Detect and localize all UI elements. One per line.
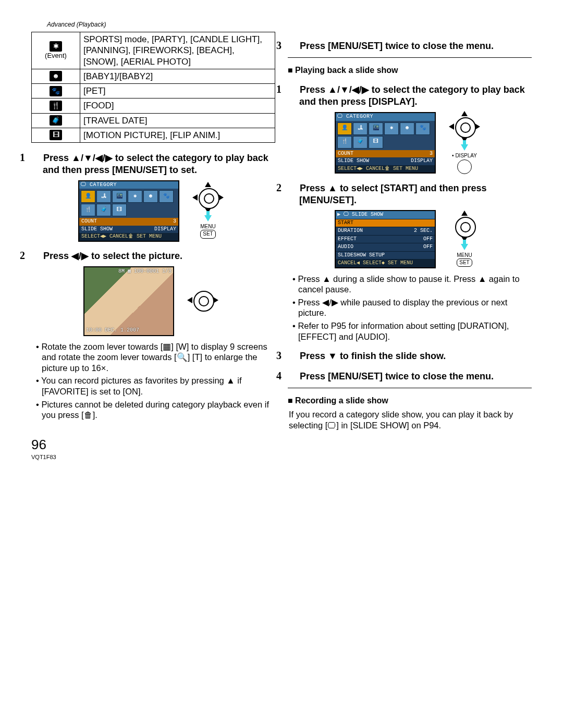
step-text: Press ◀/▶ to select the picture. <box>43 251 182 261</box>
step-2-slideshow: 2 Press ▲ to select [START] and then pre… <box>288 181 532 206</box>
note-item: Rotate the zoom lever towards [▦] [W] to… <box>42 341 275 374</box>
menu-row: DURATION2 SEC. <box>336 227 435 235</box>
photo-overlay-top: 8M ▦ 100-0001 1/3 <box>118 268 172 275</box>
set-button-icon: SET <box>457 258 472 267</box>
table-row: ✱(Event) SPORTS] mode, [PARTY], [CANDLE … <box>32 32 275 69</box>
grid-cell: 👤 <box>81 190 95 203</box>
event-icon: ✱ <box>50 41 62 52</box>
set-button-icon: SET <box>200 230 215 239</box>
body-text: If you record a category slide show, you… <box>289 409 532 430</box>
subheading-record-slideshow: Recording a slide show <box>288 396 532 406</box>
grid-cell: ✱ <box>384 122 399 135</box>
ctrl-label: • DISPLAY <box>452 153 477 158</box>
grid-cell: 🐾 <box>415 122 430 135</box>
grid-cell: 🎞 <box>112 204 127 216</box>
slideshow-row: SLIDE SHOWDISPLAY <box>79 226 178 233</box>
screenshot-row: 🖵 CATEGORY 👤 🏞 🌃 ✱ ☻ 🐾 🍴 🧳 🎞 COUNT3 SLID… <box>31 180 275 242</box>
table-row: 🎞 [MOTION PICTURE], [FLIP ANIM.] <box>32 128 275 142</box>
count-row: COUNT3 <box>336 150 435 158</box>
photo-preview: 8M ▦ 100-0001 1/3 10:00 DEC. 1.2007 <box>83 266 174 336</box>
arrow-down-icon <box>204 215 212 221</box>
page-header: Advanced (Playback) <box>47 21 532 29</box>
grid-cell: 🌃 <box>369 122 383 135</box>
slideshow-menu-screen: ▶ 🖵 SLIDE SHOW START DURATION2 SEC. EFFE… <box>335 210 436 268</box>
dpad-icon <box>450 212 479 241</box>
table-cell: [FOOD] <box>80 98 275 113</box>
control-pad: MENU SET <box>444 212 485 267</box>
step-1-slideshow: 1 Press ▲/▼/◀/▶ to select the category t… <box>288 83 532 108</box>
table-cell: [PET] <box>80 84 275 98</box>
table-cell: [TRAVEL DATE] <box>80 113 275 128</box>
dpad-icon <box>193 183 223 212</box>
step-text: Press [MENU/SET] twice to close the menu… <box>300 41 494 51</box>
screenshot-row: 8M ▦ 100-0001 1/3 10:00 DEC. 1.2007 <box>31 266 275 336</box>
step-number: 4 <box>288 369 297 382</box>
note-item: You can record pictures as favorites by … <box>42 375 275 397</box>
table-cell: SPORTS] mode, [PARTY], [CANDLE LIGHT], [… <box>80 32 275 69</box>
control-pad <box>182 286 223 317</box>
step-2-left: 2 Press ◀/▶ to select the picture. <box>31 249 275 262</box>
screen-title: ▶ 🖵 SLIDE SHOW <box>336 211 435 219</box>
dpad-icon <box>450 112 479 141</box>
menu-row: AUDIOOFF <box>336 243 435 251</box>
count-row: COUNT3 <box>79 218 178 226</box>
slideshow-row: SLIDE SHOWDISPLAY <box>336 157 435 165</box>
food-icon: 🍴 <box>50 101 62 111</box>
grid-cell: 🏞 <box>96 190 111 203</box>
right-column: 3 Press [MENU/SET] twice to close the me… <box>288 32 532 461</box>
menu-bottom: CANCEL◀ SELECT◆ SET MENU <box>336 259 435 267</box>
event-label: (Event) <box>45 52 67 59</box>
screen-title: 🖵 CATEGORY <box>336 113 435 121</box>
note-item: Press ◀/▶ while paused to display the pr… <box>298 297 532 318</box>
grid-cell: 🐾 <box>159 190 174 203</box>
notes-list: Rotate the zoom lever towards [▦] [W] to… <box>34 341 275 421</box>
page-number: 96 <box>31 436 275 453</box>
control-pad: • DISPLAY <box>444 112 485 174</box>
bottom-row: SELECT◀▶ CANCEL🗑 SET MENU <box>79 233 178 241</box>
dpad-icon <box>188 286 217 315</box>
note-item: Press ▲ during a slide show to pause it.… <box>298 274 532 295</box>
divider <box>288 388 532 388</box>
step-number: 1 <box>288 83 297 96</box>
grid-cell: ☻ <box>400 122 414 135</box>
step-text: Press ▲/▼/◀/▶ to select the category to … <box>299 84 525 107</box>
step-3-right: 3 Press [MENU/SET] twice to close the me… <box>288 39 532 52</box>
grid-cell: 🍴 <box>81 204 95 216</box>
table-row: 🧳 [TRAVEL DATE] <box>32 113 275 128</box>
note-item: Refer to P95 for information about setti… <box>298 320 532 342</box>
step-number: 1 <box>31 151 41 164</box>
grid-cell: 🧳 <box>353 136 368 149</box>
step-text: Press [MENU/SET] twice to close the menu… <box>300 371 494 381</box>
table-cell: [BABY1]/[BABY2] <box>80 69 275 83</box>
photo-overlay-bottom: 10:00 DEC. 1.2007 <box>86 327 139 334</box>
step-number: 3 <box>288 39 297 52</box>
control-pad: MENU SET <box>188 183 228 239</box>
arrow-down-icon <box>461 244 468 250</box>
category-table: ✱(Event) SPORTS] mode, [PARTY], [CANDLE … <box>31 32 275 143</box>
step-number: 2 <box>31 249 41 262</box>
step-1-left: 1 Press ▲/▼/◀/▶ to select the category t… <box>31 151 275 176</box>
arrow-down-icon <box>461 144 468 151</box>
left-column: ✱(Event) SPORTS] mode, [PARTY], [CANDLE … <box>31 32 275 461</box>
baby-icon: ☻ <box>50 71 62 81</box>
bottom-row: SELECT◀▶ CANCEL🗑 SET MENU <box>336 165 435 173</box>
step-text: Press ▼ to finish the slide show. <box>300 351 446 361</box>
step-number: 2 <box>288 181 297 194</box>
screen-title: 🖵 CATEGORY <box>79 181 178 189</box>
screenshot-row: ▶ 🖵 SLIDE SHOW START DURATION2 SEC. EFFE… <box>288 210 532 268</box>
menu-row-start: START <box>336 219 435 227</box>
table-row: ☻ [BABY1]/[BABY2] <box>32 69 275 83</box>
menu-row: SLIDESHOW SETUP <box>336 251 435 260</box>
grid-cell: 🧳 <box>96 204 111 216</box>
step-4-slideshow: 4 Press [MENU/SET] twice to close the me… <box>288 369 532 382</box>
step-text: Press ▲ to select [START] and then press… <box>299 183 487 205</box>
category-screen: 🖵 CATEGORY 👤 🏞 🌃 ✱ ☻ 🐾 🍴 🧳 🎞 COUNT3 SLID… <box>335 112 436 174</box>
step-3-slideshow: 3 Press ▼ to finish the slide show. <box>288 349 532 362</box>
display-button-icon <box>457 159 472 174</box>
document-id: VQT1F83 <box>31 454 275 461</box>
note-item: Pictures cannot be deleted during catego… <box>42 399 275 421</box>
notes-list: Press ▲ during a slide show to pause it.… <box>291 274 532 342</box>
divider <box>288 57 532 58</box>
table-row: 🐾 [PET] <box>32 84 275 98</box>
grid-cell: 🌃 <box>112 190 127 203</box>
